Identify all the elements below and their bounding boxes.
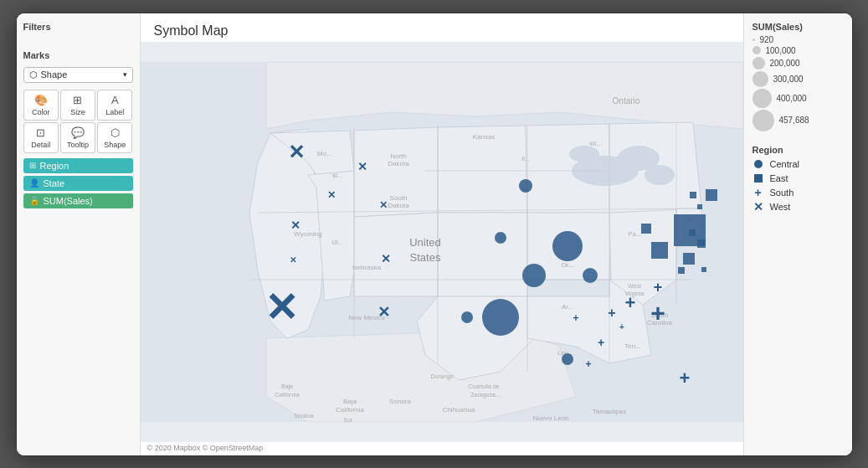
east-symbol <box>752 172 764 184</box>
circle-icon <box>754 160 763 168</box>
svg-text:Sur: Sur <box>343 417 353 423</box>
marks-buttons-grid: 🎨 Color ⊞ Size A Label ⊡ Detail 💬 To <box>23 90 133 153</box>
shape-dropdown-label: Shape <box>41 69 68 80</box>
marks-label: Marks <box>23 50 133 60</box>
west-symbol: ✕ <box>752 201 764 213</box>
map-container[interactable]: United States North Dakota South Dakota … <box>141 42 743 442</box>
svg-text:Coahuila de: Coahuila de <box>468 383 499 389</box>
central-symbol <box>752 158 764 170</box>
south-symbol: + <box>752 187 764 198</box>
svg-text:Ok...: Ok... <box>561 262 573 268</box>
svg-rect-76 <box>701 267 706 272</box>
svg-text:+: + <box>608 306 615 320</box>
detail-button[interactable]: ⊡ Detail <box>23 122 59 153</box>
tooltip-button[interactable]: 💬 Tooltip <box>60 122 95 153</box>
svg-rect-77 <box>706 189 717 201</box>
svg-text:Ten...: Ten... <box>624 342 641 350</box>
size-circle-5 <box>752 89 772 108</box>
svg-text:+: + <box>679 368 690 388</box>
svg-text:United: United <box>409 236 441 249</box>
svg-point-67 <box>461 311 473 323</box>
sales-field[interactable]: 🔒 SUM(Sales) <box>23 193 133 208</box>
size-circle-2 <box>752 46 761 54</box>
region-legend: Region Central East + South <box>752 145 844 215</box>
chart-title: Symbol Map <box>141 13 743 42</box>
svg-rect-80 <box>641 224 651 234</box>
svg-text:Baja: Baja <box>280 383 292 390</box>
size-label-3: 200,000 <box>770 59 800 68</box>
size-circle-3 <box>752 57 765 69</box>
size-label: Size <box>70 108 85 116</box>
svg-text:West: West <box>628 283 641 289</box>
color-button[interactable]: 🎨 Color <box>23 90 59 121</box>
label-label: Label <box>105 108 124 116</box>
svg-text:Chihuahua: Chihuahua <box>442 406 475 414</box>
color-icon: 🎨 <box>34 94 48 106</box>
size-button[interactable]: ⊞ Size <box>60 90 95 121</box>
svg-text:Dakota: Dakota <box>388 202 409 209</box>
svg-text:North: North <box>390 152 407 160</box>
shape-label: Shape <box>104 141 126 149</box>
label-icon: A <box>111 94 119 106</box>
south-label: South <box>770 188 794 198</box>
svg-text:Pa...: Pa... <box>628 231 639 237</box>
detail-icon: ⊡ <box>36 126 45 139</box>
size-item-1: 920 <box>752 35 844 44</box>
state-label: State <box>44 178 65 188</box>
map-svg: United States North Dakota South Dakota … <box>141 42 743 442</box>
main-area: Symbol Map <box>141 13 743 455</box>
svg-text:Nebraska: Nebraska <box>352 264 381 271</box>
size-item-2: 100,000 <box>752 46 844 55</box>
shape-button[interactable]: ⬡ Shape <box>97 122 132 153</box>
svg-rect-78 <box>690 192 696 198</box>
region-icon: ⊞ <box>29 161 36 170</box>
size-label-6: 457,688 <box>779 116 809 125</box>
detail-label: Detail <box>31 141 50 149</box>
state-field[interactable]: 👤 State <box>23 176 133 191</box>
region-central: Central <box>752 158 844 170</box>
svg-text:California: California <box>336 406 364 414</box>
size-circle-4 <box>752 71 768 87</box>
x-icon: ✕ <box>753 201 763 213</box>
svg-text:Kansas: Kansas <box>472 133 495 141</box>
svg-rect-73 <box>697 239 706 248</box>
svg-text:✕: ✕ <box>357 160 367 173</box>
svg-text:+: + <box>585 358 591 370</box>
tooltip-label: Tooltip <box>67 141 89 149</box>
svg-text:✕: ✕ <box>290 219 300 232</box>
marks-dropdown[interactable]: ⬡ Shape ▾ <box>23 67 133 83</box>
svg-rect-79 <box>697 204 702 209</box>
label-button[interactable]: A Label <box>97 90 132 121</box>
marks-section: Marks ⬡ Shape ▾ 🎨 Color ⊞ Size A Label <box>23 50 133 208</box>
size-item-6: 457,688 <box>752 110 844 131</box>
size-legend-title: SUM(Sales) <box>752 22 844 32</box>
svg-text:Durango: Durango <box>430 373 453 380</box>
svg-text:✕: ✕ <box>288 141 305 163</box>
east-label: East <box>770 173 788 183</box>
svg-rect-75 <box>678 267 685 274</box>
size-icon: ⊞ <box>73 94 82 106</box>
svg-point-63 <box>522 264 546 287</box>
svg-text:Wi...: Wi... <box>589 141 601 147</box>
size-item-3: 200,000 <box>752 57 844 69</box>
svg-text:✕: ✕ <box>327 189 336 201</box>
fields-list: ⊞ Region 👤 State 🔒 SUM(Sales) <box>23 158 133 208</box>
svg-text:Sinaloa: Sinaloa <box>294 413 313 419</box>
svg-text:✕: ✕ <box>381 252 391 265</box>
size-circle-6 <box>752 110 774 131</box>
size-legend: SUM(Sales) 920 100,000 200,000 300,000 4… <box>752 22 844 133</box>
svg-text:✕: ✕ <box>377 304 389 321</box>
svg-text:Id...: Id... <box>332 172 342 178</box>
size-label-4: 300,000 <box>773 75 804 84</box>
region-field[interactable]: ⊞ Region <box>23 158 133 173</box>
svg-text:Baja: Baja <box>342 398 357 405</box>
svg-point-69 <box>519 179 532 193</box>
state-icon: 👤 <box>29 178 39 188</box>
svg-rect-72 <box>683 253 695 265</box>
svg-point-68 <box>562 353 573 365</box>
svg-rect-74 <box>689 229 696 236</box>
svg-text:Nuevo Leon: Nuevo Leon <box>532 414 568 422</box>
svg-point-64 <box>583 268 598 283</box>
svg-text:Zaragoza...: Zaragoza... <box>470 392 500 399</box>
size-item-5: 400,000 <box>752 89 844 108</box>
